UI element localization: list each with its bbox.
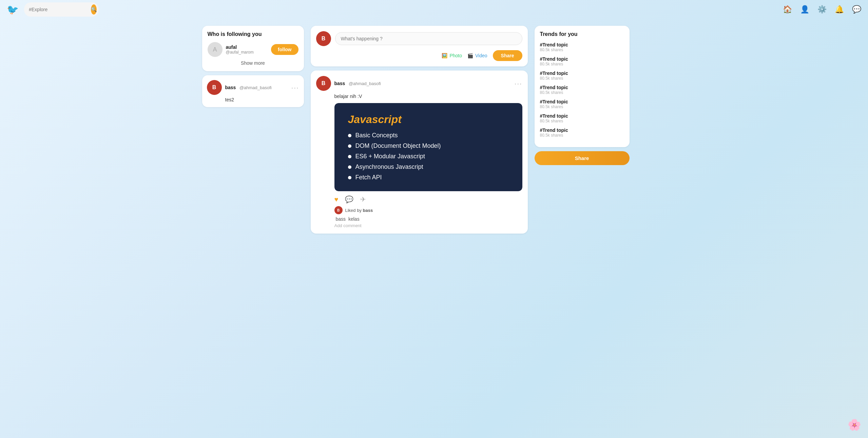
left-post-author-handle: @ahmad_basofi — [239, 85, 272, 90]
settings-icon[interactable]: ⚙️ — [817, 5, 827, 14]
post-image: Javascript Basic Concepts DOM (Document … — [334, 103, 522, 191]
left-post-author-info: bass @ahmad_basofi — [225, 84, 288, 91]
trend-hashtag-6[interactable]: #Trend topic — [540, 113, 624, 119]
trend-item-6: #Trend topic 80.5k shares — [540, 113, 624, 123]
bullet-icon — [348, 134, 351, 137]
post-image-container: Javascript Basic Concepts DOM (Document … — [334, 103, 522, 191]
video-button[interactable]: 🎬 Video — [467, 53, 487, 58]
post-image-item-5: Fetch API — [348, 174, 509, 181]
comment-button[interactable]: 💬 — [345, 195, 353, 203]
left-post-avatar: B — [207, 80, 222, 95]
home-icon[interactable]: 🏠 — [783, 5, 792, 14]
trend-shares-7: 80.5k shares — [540, 133, 624, 138]
post-author-name: bass — [334, 81, 345, 86]
post-image-item-1: Basic Concepts — [348, 132, 509, 139]
trend-hashtag-2[interactable]: #Trend topic — [540, 56, 624, 62]
trend-shares-4: 80.5k shares — [540, 90, 624, 95]
liked-by-name: bass — [363, 208, 373, 213]
messages-icon[interactable]: 💬 — [852, 5, 861, 14]
share-post-button[interactable]: ✈ — [360, 195, 366, 203]
follower-avatar: A — [208, 42, 223, 57]
search-button[interactable]: 🔍 — [91, 4, 97, 15]
post-avatar: B — [316, 76, 331, 91]
notifications-icon[interactable]: 🔔 — [835, 5, 844, 14]
trends-title: Trends for you — [540, 31, 624, 37]
trend-shares-3: 80.5k shares — [540, 76, 624, 81]
post-author-handle: @ahmad_basofi — [349, 81, 381, 86]
trend-hashtag-3[interactable]: #Trend topic — [540, 71, 624, 76]
follower-item: A aufal @aufal_marom follow — [208, 42, 298, 57]
left-post-author-name: bass — [225, 85, 236, 90]
post-card: B bass @ahmad_basofi ··· belajar nih :V … — [311, 71, 528, 234]
feed: B 🖼️ Photo 🎬 Video Share B — [311, 26, 528, 234]
show-more-link[interactable]: Show more — [208, 60, 298, 66]
photo-icon: 🖼️ — [442, 53, 447, 58]
post-comment-label: bass kelas — [316, 216, 522, 222]
who-following-title: Who is following you — [208, 31, 298, 37]
follower-name: aufal — [226, 44, 268, 50]
trend-shares-6: 80.5k shares — [540, 119, 624, 123]
trends-card: Trends for you #Trend topic 80.5k shares… — [535, 26, 630, 147]
nav-right-icons: 🏠 👤 ⚙️ 🔔 💬 — [783, 5, 861, 14]
compose-top: B — [316, 31, 522, 46]
post-more-button[interactable]: ··· — [515, 80, 522, 87]
bullet-icon — [348, 144, 351, 148]
post-image-item-4: Asynchronous Javascript — [348, 163, 509, 171]
sidebar-share-button[interactable]: Share — [535, 151, 630, 165]
compose-card: B 🖼️ Photo 🎬 Video Share — [311, 26, 528, 66]
right-sidebar: Trends for you #Trend topic 80.5k shares… — [535, 26, 630, 234]
left-post-text: tes2 — [207, 97, 299, 102]
compose-actions: 🖼️ Photo 🎬 Video Share — [316, 50, 522, 61]
bottom-right-flower-icon[interactable]: 🌸 — [848, 418, 861, 431]
twitter-logo-icon: 🐦 — [7, 4, 19, 15]
post-author-info: bass @ahmad_basofi — [334, 80, 511, 86]
trend-shares-1: 80.5k shares — [540, 47, 624, 52]
bullet-icon — [348, 165, 351, 169]
search-icon: 🔍 — [91, 7, 97, 12]
trend-item-7: #Trend topic 80.5k shares — [540, 127, 624, 138]
main-layout: Who is following you A aufal @aufal_maro… — [197, 19, 672, 240]
trend-hashtag-5[interactable]: #Trend topic — [540, 99, 624, 104]
bullet-icon — [348, 176, 351, 179]
liked-avatar: B — [334, 206, 343, 214]
avatar-text: A — [213, 46, 217, 53]
follow-button[interactable]: follow — [271, 44, 298, 55]
who-following-card: Who is following you A aufal @aufal_maro… — [202, 26, 304, 71]
compose-avatar: B — [316, 31, 331, 46]
compose-input[interactable] — [335, 32, 522, 45]
post-text: belajar nih :V — [316, 94, 522, 99]
post-image-item-2: DOM (Document Object Model) — [348, 142, 509, 150]
top-navigation: 🐦 🔍 🏠 👤 ⚙️ 🔔 💬 — [0, 0, 868, 19]
trend-item-4: #Trend topic 80.5k shares — [540, 85, 624, 95]
bullet-icon — [348, 155, 351, 158]
follower-handle: @aufal_marom — [226, 50, 268, 55]
post-image-title: Javascript — [348, 113, 509, 126]
post-liked-by: B Liked by bass — [316, 206, 522, 214]
trend-hashtag-4[interactable]: #Trend topic — [540, 85, 624, 90]
trend-hashtag-1[interactable]: #Trend topic — [540, 42, 624, 47]
search-input[interactable] — [29, 7, 88, 12]
photo-button[interactable]: 🖼️ Photo — [442, 53, 462, 58]
post-header: B bass @ahmad_basofi ··· — [316, 76, 522, 91]
trend-shares-5: 80.5k shares — [540, 104, 624, 109]
post-actions: ♥ 💬 ✈ — [316, 195, 522, 203]
left-bottom-post-card: B bass @ahmad_basofi ··· tes2 — [202, 75, 304, 107]
left-bottom-post-header: B bass @ahmad_basofi ··· — [207, 80, 299, 95]
like-button[interactable]: ♥ — [334, 196, 339, 203]
trend-hashtag-7[interactable]: #Trend topic — [540, 127, 624, 133]
follower-info: aufal @aufal_marom — [226, 44, 268, 55]
trend-shares-2: 80.5k shares — [540, 62, 624, 66]
video-icon: 🎬 — [467, 53, 473, 58]
search-container: 🔍 — [24, 2, 99, 17]
left-post-more-button[interactable]: ··· — [291, 84, 299, 92]
post-image-item-3: ES6 + Modular Javascript — [348, 153, 509, 160]
trend-item-3: #Trend topic 80.5k shares — [540, 71, 624, 81]
add-comment-input[interactable]: Add comment — [316, 223, 522, 228]
compose-share-button[interactable]: Share — [493, 50, 522, 61]
trend-item-1: #Trend topic 80.5k shares — [540, 42, 624, 52]
trend-item-5: #Trend topic 80.5k shares — [540, 99, 624, 109]
trend-item-2: #Trend topic 80.5k shares — [540, 56, 624, 66]
profile-icon[interactable]: 👤 — [800, 5, 809, 14]
left-sidebar: Who is following you A aufal @aufal_maro… — [202, 26, 304, 234]
